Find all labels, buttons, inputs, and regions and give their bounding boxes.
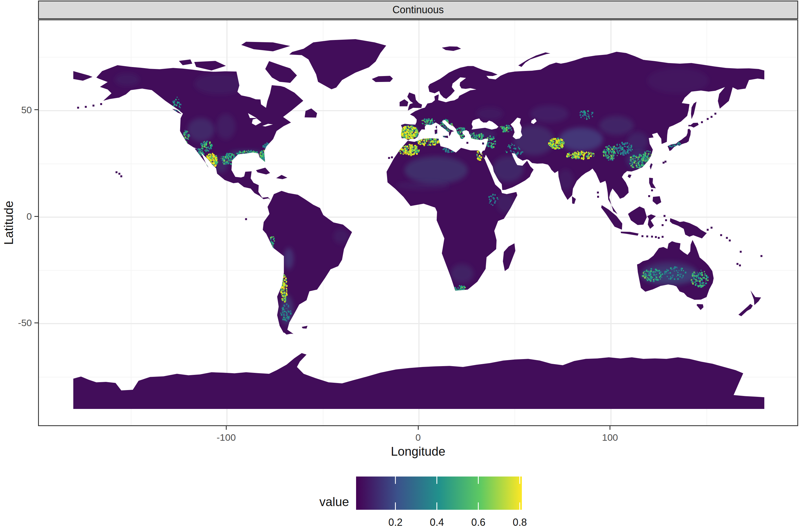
terrain-patch-kazakh-steppe [530,105,568,122]
world-map [73,39,764,409]
terrain-patch-alaska-interior [114,73,140,86]
y-axis-title: Latitude [2,167,14,279]
legend-tick-mark [519,502,520,510]
legend-title: value [287,495,349,509]
land-base [73,39,764,409]
terrain-patch-nw-us-basin [187,118,214,141]
legend-tick-mark [478,502,479,510]
legend-tick-mark [436,502,437,510]
terrain-patch-sahel [396,182,450,189]
terrain-patch-sahara [404,156,468,184]
plot-canvas: Continuous -1000100500-50 Longitude Lati… [0,0,799,532]
plot-panel [38,19,798,426]
legend-tick-label: 0.2 [376,516,415,528]
terrain-patch-southern-africa [451,264,474,283]
terrain-patch-caatinga [333,229,349,244]
y-tick-label: -50 [2,317,32,329]
terrain-patch-india-deccan [558,169,573,191]
y-tick-mark [34,109,38,110]
terrain-patch-gobi [599,116,634,135]
terrain-patch-horn-somalia [496,194,514,213]
facet-strip: Continuous [38,1,798,19]
terrain-patch-north-canada [194,73,244,95]
y-tick-mark [34,322,38,323]
x-tick-label: 0 [396,432,441,443]
legend-tick-mark [395,502,396,510]
legend-tick-mark [436,476,437,484]
terrain-patch-great-plains [216,114,235,139]
x-tick-label: -100 [203,432,249,443]
facet-strip-label: Continuous [393,4,444,16]
y-tick-label: 50 [2,103,32,116]
legend-tick-mark [519,476,520,484]
x-tick-mark [610,426,611,430]
terrain-patch-arabia [493,156,524,182]
terrain-patch-east-siberia [647,68,709,94]
terrain-patch-ukraine-steppe [476,107,503,120]
terrain-patch-altiplano [284,248,293,269]
legend-tick-label: 0.6 [459,516,498,528]
world-raster-svg [73,39,764,409]
legend-tick-mark [395,476,396,484]
legend-tick-label: 0.4 [417,516,457,528]
x-tick-label: 100 [587,432,633,443]
x-tick-mark [226,426,227,430]
x-tick-mark [418,426,419,430]
legend-tick-mark [478,476,479,484]
x-axis-title: Longitude [362,444,474,458]
legend-colorbar [356,476,522,510]
legend-tick-label: 0.8 [500,516,540,528]
terrain-patch-tibet [559,128,603,151]
y-tick-mark [34,216,38,217]
